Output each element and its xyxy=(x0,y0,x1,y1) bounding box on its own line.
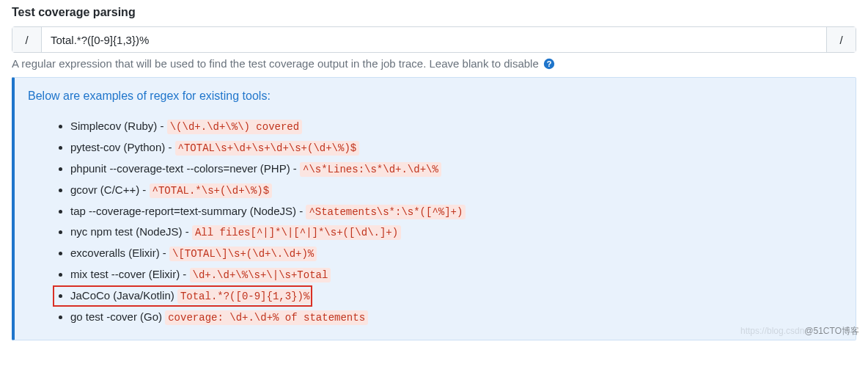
tool-label: pytest-cov (Python) xyxy=(70,141,165,153)
regex-code: coverage: \d+.\d+% of statements xyxy=(165,310,368,325)
tool-label: mix test --cover (Elixir) xyxy=(70,268,180,280)
help-text-content: A regular expression that will be used t… xyxy=(12,57,539,70)
regex-code: \[TOTAL\]\s+(\d+\.\d+)% xyxy=(169,247,317,261)
help-text: A regular expression that will be used t… xyxy=(12,57,856,70)
list-item: nyc npm test (NodeJS) - All files[^|]*\|… xyxy=(70,222,842,243)
separator: - xyxy=(160,247,169,259)
regex-code: ^\s*Lines:\s*\d+.\d+\% xyxy=(300,162,441,177)
tool-label: Simplecov (Ruby) xyxy=(70,120,157,132)
coverage-regex-input[interactable] xyxy=(42,27,826,52)
regex-code: \d+.\d+\%\s+\|\s+Total xyxy=(190,268,331,282)
regex-code: ^TOTAL\s+\d+\s+\d+\s+(\d+\%)$ xyxy=(175,141,360,156)
list-item: excoveralls (Elixir) - \[TOTAL\]\s+(\d+\… xyxy=(70,243,842,264)
regex-examples-box: Below are examples of regex for existing… xyxy=(12,77,856,340)
tool-label: excoveralls (Elixir) xyxy=(70,247,160,259)
watermark: https://blog.csdn@51CTO博客 xyxy=(740,325,859,338)
regex-input-row: / / xyxy=(12,26,856,53)
separator: - xyxy=(157,120,166,132)
separator: - xyxy=(183,225,192,238)
tool-label: tap --coverage-report=text-summary (Node… xyxy=(70,205,296,217)
info-lead: Below are examples of regex for existing… xyxy=(28,90,842,103)
tool-label: go test -cover (Go) xyxy=(70,310,162,323)
watermark-dark: @51CTO博客 xyxy=(804,326,859,336)
list-item: JaCoCo (Java/Kotlin) Total.*?([0-9]{1,3}… xyxy=(70,285,842,307)
section-title: Test coverage parsing xyxy=(12,6,856,19)
list-item: mix test --cover (Elixir) - \d+.\d+\%\s+… xyxy=(70,264,842,285)
list-item: pytest-cov (Python) - ^TOTAL\s+\d+\s+\d+… xyxy=(70,137,842,158)
regex-code: Total.*?([0-9]{1,3})% xyxy=(177,289,312,304)
regex-code: ^TOTAL.*\s+(\d+\%)$ xyxy=(150,183,273,198)
separator: - xyxy=(139,183,149,196)
list-item: tap --coverage-report=text-summary (Node… xyxy=(70,201,842,222)
watermark-faint: https://blog.csdn xyxy=(740,326,804,336)
svg-text:?: ? xyxy=(546,59,551,68)
separator: - xyxy=(290,162,300,175)
list-item: phpunit --coverage-text --colors=never (… xyxy=(70,158,842,180)
regex-code: All files[^|]*\|[^|]*\s+([\d\.]+) xyxy=(192,225,401,240)
regex-suffix-slash: / xyxy=(826,27,856,52)
list-item: go test -cover (Go) coverage: \d+.\d+% o… xyxy=(70,307,842,328)
tool-label: nyc npm test (NodeJS) xyxy=(70,225,183,238)
help-icon[interactable]: ? xyxy=(543,58,555,70)
regex-code: \(\d+.\d+\%\) covered xyxy=(167,120,302,134)
list-item: Simplecov (Ruby) - \(\d+.\d+\%\) covered xyxy=(70,116,842,137)
regex-examples-list: Simplecov (Ruby) - \(\d+.\d+\%\) covered… xyxy=(28,116,842,328)
regex-prefix-slash: / xyxy=(12,27,42,52)
regex-code: ^Statements\s*:\s*([^%]+) xyxy=(306,205,466,219)
tool-label: phpunit --coverage-text --colors=never (… xyxy=(70,162,290,175)
list-item: gcovr (C/C++) - ^TOTAL.*\s+(\d+\%)$ xyxy=(70,180,842,201)
tool-label: JaCoCo (Java/Kotlin) xyxy=(70,289,174,302)
separator: - xyxy=(180,268,189,280)
tool-label: gcovr (C/C++) xyxy=(70,183,139,196)
separator: - xyxy=(165,141,174,153)
separator: - xyxy=(296,205,306,217)
